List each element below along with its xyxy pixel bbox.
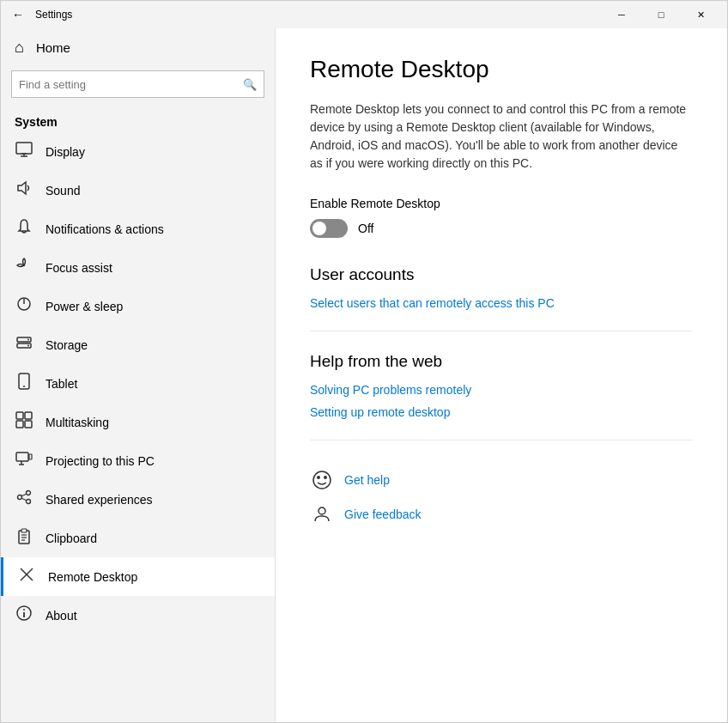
- svg-point-35: [23, 609, 25, 611]
- sidebar-item-focus-assist[interactable]: Focus assist: [1, 248, 275, 287]
- multitasking-icon: [15, 411, 33, 433]
- sidebar-item-tablet[interactable]: Tablet: [1, 364, 275, 403]
- notifications-icon: [15, 218, 33, 240]
- sidebar-item-sound[interactable]: Sound: [1, 171, 275, 210]
- sidebar-item-shared-experiences[interactable]: Shared experiences: [1, 480, 275, 519]
- svg-line-25: [21, 498, 27, 501]
- help-link-setting-up[interactable]: Setting up remote desktop: [310, 405, 693, 419]
- sound-icon: [15, 179, 33, 201]
- svg-rect-0: [16, 143, 32, 154]
- page-title: Remote Desktop: [310, 56, 693, 83]
- svg-line-24: [21, 494, 27, 496]
- shared-experiences-icon: [15, 489, 33, 510]
- content-area: ⌂ Home 🔍 System Display Sound: [1, 28, 727, 722]
- svg-rect-13: [16, 412, 23, 419]
- remote-desktop-toggle[interactable]: [310, 219, 348, 238]
- sidebar: ⌂ Home 🔍 System Display Sound: [1, 28, 276, 722]
- sidebar-item-about[interactable]: About: [1, 596, 275, 635]
- focus-assist-icon: [15, 257, 33, 278]
- sidebar-item-remote-desktop[interactable]: Remote Desktop: [1, 557, 275, 596]
- toggle-row: Off: [310, 219, 693, 238]
- storage-icon: [15, 334, 33, 355]
- svg-point-10: [27, 345, 29, 347]
- sidebar-item-display[interactable]: Display: [1, 132, 275, 171]
- svg-rect-18: [29, 454, 32, 459]
- search-box[interactable]: 🔍: [11, 70, 264, 98]
- give-feedback-text[interactable]: Give feedback: [344, 507, 422, 521]
- about-icon: [15, 605, 33, 626]
- divider-2: [310, 440, 693, 440]
- sidebar-item-clipboard[interactable]: Clipboard: [1, 519, 275, 557]
- svg-rect-16: [25, 421, 32, 428]
- sidebar-item-power-sleep[interactable]: Power & sleep: [1, 287, 275, 325]
- user-accounts-link[interactable]: Select users that can remotely access th…: [310, 296, 693, 310]
- settings-window: ← Settings ─ □ ✕ ⌂ Home 🔍 System: [0, 0, 728, 723]
- close-button[interactable]: ✕: [681, 1, 720, 28]
- get-help-text[interactable]: Get help: [344, 473, 390, 487]
- description: Remote Desktop lets you connect to and c…: [310, 100, 693, 173]
- svg-point-21: [18, 495, 22, 500]
- give-feedback-row[interactable]: Give feedback: [310, 502, 693, 526]
- help-link-solving[interactable]: Solving PC problems remotely: [310, 383, 693, 397]
- svg-rect-15: [16, 421, 23, 428]
- support-section: Get help Give feedback: [310, 468, 693, 526]
- clipboard-icon: [15, 527, 33, 549]
- search-icon: 🔍: [243, 78, 257, 91]
- home-icon: ⌂: [15, 39, 24, 57]
- power-sleep-icon: [15, 295, 33, 317]
- svg-point-23: [27, 500, 31, 504]
- sidebar-item-storage[interactable]: Storage: [1, 325, 275, 364]
- sidebar-item-notifications[interactable]: Notifications & actions: [1, 210, 275, 248]
- remote-desktop-icon: [17, 566, 36, 587]
- search-input[interactable]: [19, 78, 243, 91]
- window-title: Settings: [35, 9, 602, 21]
- sidebar-item-home[interactable]: ⌂ Home: [1, 28, 275, 67]
- divider-1: [310, 331, 693, 331]
- sidebar-item-multitasking[interactable]: Multitasking: [1, 403, 275, 441]
- svg-point-36: [313, 471, 331, 489]
- give-feedback-icon: [310, 502, 334, 526]
- svg-point-37: [317, 476, 320, 479]
- toggle-label: Enable Remote Desktop: [310, 197, 693, 210]
- minimize-button[interactable]: ─: [602, 1, 641, 28]
- projecting-icon: [15, 450, 33, 471]
- svg-point-9: [27, 339, 29, 341]
- window-controls: ─ □ ✕: [602, 1, 720, 28]
- svg-point-38: [324, 476, 327, 479]
- user-accounts-title: User accounts: [310, 265, 693, 284]
- tablet-icon: [15, 373, 33, 394]
- back-button[interactable]: ←: [8, 4, 28, 25]
- sidebar-section-header: System: [1, 108, 275, 132]
- help-title: Help from the web: [310, 352, 693, 371]
- svg-rect-27: [21, 529, 27, 532]
- svg-point-22: [27, 491, 31, 495]
- title-bar: ← Settings ─ □ ✕: [1, 1, 727, 28]
- main-content: Remote Desktop Remote Desktop lets you c…: [276, 28, 727, 722]
- get-help-icon: [310, 468, 334, 492]
- svg-rect-14: [25, 412, 32, 419]
- sidebar-item-projecting[interactable]: Projecting to this PC: [1, 441, 275, 480]
- svg-marker-4: [18, 182, 26, 194]
- display-icon: [15, 141, 33, 162]
- svg-point-12: [23, 386, 25, 387]
- get-help-row[interactable]: Get help: [310, 468, 693, 492]
- toggle-status: Off: [358, 222, 373, 235]
- svg-point-39: [318, 507, 325, 514]
- maximize-button[interactable]: □: [641, 1, 681, 28]
- svg-rect-17: [16, 453, 28, 461]
